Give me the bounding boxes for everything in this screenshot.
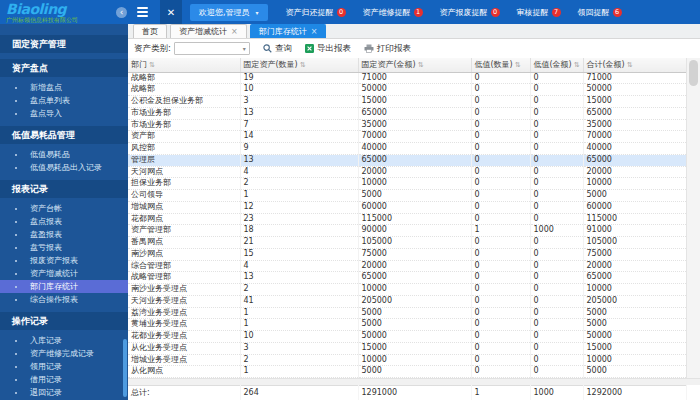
table-cell: 0	[471, 107, 530, 119]
sidebar-item[interactable]: 资产维修完成记录	[0, 347, 128, 360]
table-row[interactable]: 花都业务受理点10500000050000	[128, 331, 686, 343]
table-row[interactable]: 黄埔业务受理点15000005000	[128, 319, 686, 331]
sidebar-item-label: 低值易耗品出入记录	[30, 162, 102, 173]
sidebar-item[interactable]: 资产增减统计	[0, 267, 128, 280]
table-cell: 0	[530, 72, 583, 84]
table-row[interactable]: 天河业务受理点4120500000205000	[128, 295, 686, 307]
sort-icon[interactable]: ⇅	[627, 61, 633, 69]
sidebar-item[interactable]: 盘点单列表	[0, 94, 128, 107]
search-button[interactable]: 查询	[263, 43, 292, 55]
sidebar: 固定资产管理资产盘点新增盘点盘点单列表盘点导入低值易耗品管理低值易耗品低值易耗品…	[0, 24, 128, 400]
sidebar-item[interactable]: 入库记录	[0, 334, 128, 347]
sidebar-item[interactable]: 综合操作报表	[0, 293, 128, 306]
sidebar-item-label: 借用记录	[30, 374, 62, 385]
table-cell: 15000	[583, 342, 686, 354]
sidebar-section-title[interactable]: 操作记录	[0, 312, 128, 330]
table-row[interactable]: 综合管理部4200000020000	[128, 260, 686, 272]
table-row[interactable]: 风控部9400000040000	[128, 143, 686, 155]
vertical-scrollbar[interactable]	[686, 58, 700, 378]
table-cell: 50000	[583, 84, 686, 96]
sidebar-item[interactable]: 退回记录	[0, 386, 128, 399]
table-row[interactable]: 战略管理部13650000065000	[128, 272, 686, 284]
sidebar-section-title[interactable]: 低值易耗品管理	[0, 126, 128, 144]
tab-close-icon[interactable]: ×	[311, 27, 318, 36]
sidebar-scrollbar[interactable]	[123, 339, 127, 397]
tab-close-icon[interactable]: ×	[231, 27, 238, 36]
sort-icon[interactable]: ⇅	[574, 61, 580, 69]
user-menu-button[interactable]: 欢迎您,管理员 ▾	[190, 4, 268, 21]
reminder-link[interactable]: 资产报废提醒0	[440, 7, 500, 18]
table-row[interactable]: 南沙业务受理点2100000010000	[128, 284, 686, 296]
print-button[interactable]: 打印报表	[364, 43, 411, 55]
table-row[interactable]: 公积金及担保业务部3150000015000	[128, 96, 686, 108]
sidebar-item[interactable]: 资产台帐	[0, 202, 128, 215]
sort-icon[interactable]: ⇅	[515, 61, 521, 69]
toolbar: 资产类别: ▾ 查询 导出报表	[128, 39, 700, 58]
scrollbar-thumb[interactable]	[689, 60, 698, 86]
table-row[interactable]: 从化业务受理点3150000015000	[128, 342, 686, 354]
table-cell: 战略部	[128, 72, 240, 84]
reminder-link[interactable]: 审核提醒7	[517, 7, 561, 18]
table-cell: 南沙业务受理点	[128, 284, 240, 296]
tab[interactable]: 首页	[133, 24, 167, 38]
sort-icon[interactable]: ⇅	[149, 61, 155, 69]
export-button[interactable]: 导出报表	[305, 43, 351, 55]
tab[interactable]: 资产增减统计×	[170, 24, 247, 38]
collapse-sidebar-icon[interactable]: ‹	[116, 7, 127, 18]
sidebar-item[interactable]: 低值易耗品出入记录	[0, 161, 128, 174]
table-row[interactable]: 增城业务受理点2100000010000	[128, 354, 686, 366]
table-row[interactable]: 番禺网点2110500000105000	[128, 237, 686, 249]
column-header[interactable]: 低值(金额)⇅	[530, 58, 583, 72]
table-row[interactable]: 担保业务部2100000010000	[128, 178, 686, 190]
asset-category-select[interactable]: ▾	[174, 42, 250, 55]
table-row[interactable]: 南沙网点15750000075000	[128, 248, 686, 260]
table-row[interactable]: 战略部19710000071000	[128, 72, 686, 84]
column-header[interactable]: 部门⇅	[128, 58, 240, 72]
sidebar-item[interactable]: 领用记录	[0, 360, 128, 373]
table-row[interactable]: 管理层13650000065000	[128, 154, 686, 166]
table-row[interactable]: 花都网点2311500000115000	[128, 213, 686, 225]
sidebar-item[interactable]: 盘亏报表	[0, 241, 128, 254]
table-row[interactable]: 资产部14700000070000	[128, 131, 686, 143]
table-cell: 0	[530, 260, 583, 272]
table-row[interactable]: 市场业务部13650000065000	[128, 107, 686, 119]
sidebar-item[interactable]: 低值易耗品	[0, 148, 128, 161]
sidebar-section-title[interactable]: 资产盘点	[0, 59, 128, 77]
table-cell: 花都网点	[128, 213, 240, 225]
sort-icon[interactable]: ⇅	[300, 61, 306, 69]
print-button-label: 打印报表	[377, 43, 411, 55]
table-row[interactable]: 公司领导15000005000	[128, 190, 686, 202]
sidebar-section-title[interactable]: 报表记录	[0, 180, 128, 198]
sidebar-item[interactable]: 借用记录	[0, 373, 128, 386]
table-cell: 21	[240, 237, 358, 249]
table-row[interactable]: 增城网点12600000060000	[128, 201, 686, 213]
table-row[interactable]: 战略部10500000050000	[128, 84, 686, 96]
sidebar-item[interactable]: 盘点导入	[0, 107, 128, 120]
reminder-link[interactable]: 领回提醒6	[578, 7, 622, 18]
table-row[interactable]: 天河网点4200000020000	[128, 166, 686, 178]
bullet-icon	[15, 260, 17, 262]
sidebar-item[interactable]: 盘盈报表	[0, 228, 128, 241]
table-row[interactable]: 荔湾业务受理点15000005000	[128, 307, 686, 319]
tab[interactable]: 部门库存统计×	[250, 24, 327, 38]
reminder-link[interactable]: 资产归还提醒0	[286, 7, 346, 18]
table-row[interactable]: 市场业务部7350000035000	[128, 119, 686, 131]
sidebar-section-title[interactable]: 固定资产管理	[0, 35, 128, 53]
column-header[interactable]: 固定资产(金额)⇅	[358, 58, 471, 72]
table-footer: 总计:2641291000110001292000	[128, 378, 700, 400]
table-cell: 综合管理部	[128, 260, 240, 272]
table-row[interactable]: 资产管理部18900001100091000	[128, 225, 686, 237]
menu-icon[interactable]	[137, 7, 148, 17]
column-header[interactable]: 低值(数量)⇅	[471, 58, 530, 72]
reminder-link[interactable]: 资产维修提醒1	[363, 7, 423, 18]
table-row[interactable]: 从化网点15000005000	[128, 366, 686, 378]
sidebar-item[interactable]: 部门库存统计	[0, 280, 128, 293]
column-header[interactable]: 合计(金额)⇅	[583, 58, 686, 72]
sidebar-item[interactable]: 盘点报表	[0, 215, 128, 228]
column-header[interactable]: 固定资产(数量)⇅	[240, 58, 358, 72]
chevron-down-icon: ▾	[243, 46, 246, 52]
sidebar-item[interactable]: 报废资产报表	[0, 254, 128, 267]
sort-icon[interactable]: ⇅	[418, 61, 424, 69]
close-icon[interactable]: ✕	[160, 0, 182, 24]
sidebar-item[interactable]: 新增盘点	[0, 81, 128, 94]
